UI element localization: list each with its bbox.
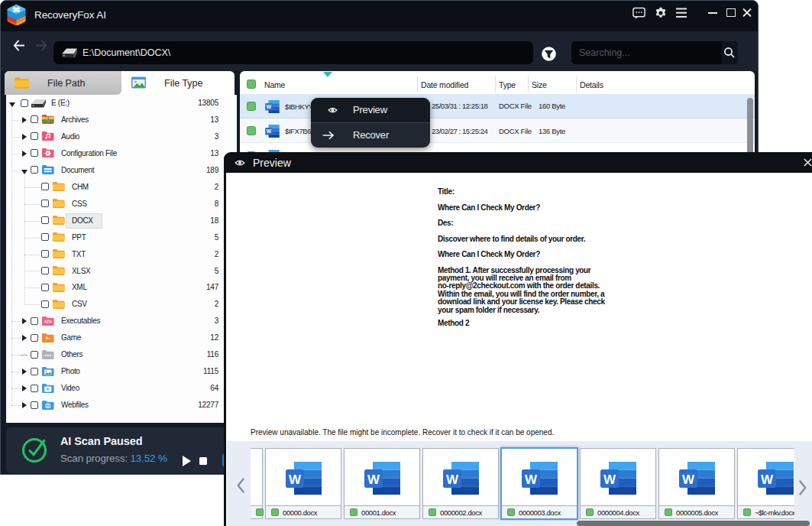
- svg-text:W: W: [682, 472, 695, 487]
- svg-text:W: W: [761, 472, 774, 487]
- svg-text:W: W: [267, 104, 272, 109]
- svg-text:W: W: [603, 472, 616, 487]
- svg-text:W: W: [267, 128, 272, 134]
- svg-text:+◦: +◦: [45, 335, 50, 342]
- svg-text:W: W: [446, 472, 459, 487]
- svg-text:</>: </>: [44, 319, 52, 324]
- svg-text:W: W: [289, 472, 302, 487]
- svg-text:W: W: [367, 472, 380, 487]
- svg-text:W: W: [525, 472, 538, 487]
